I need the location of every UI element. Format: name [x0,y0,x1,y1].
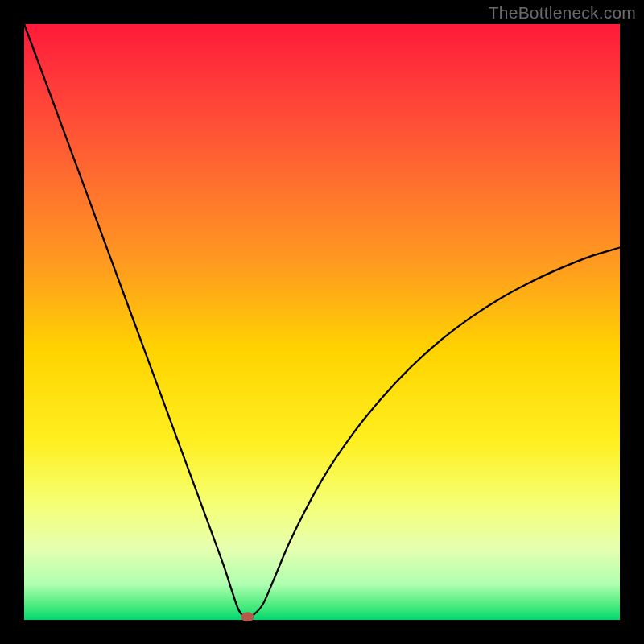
plot-background [24,24,620,620]
chart-stage: TheBottleneck.com [0,0,644,644]
minimum-marker [242,612,254,621]
watermark-text: TheBottleneck.com [489,3,636,23]
chart-svg [0,0,644,644]
